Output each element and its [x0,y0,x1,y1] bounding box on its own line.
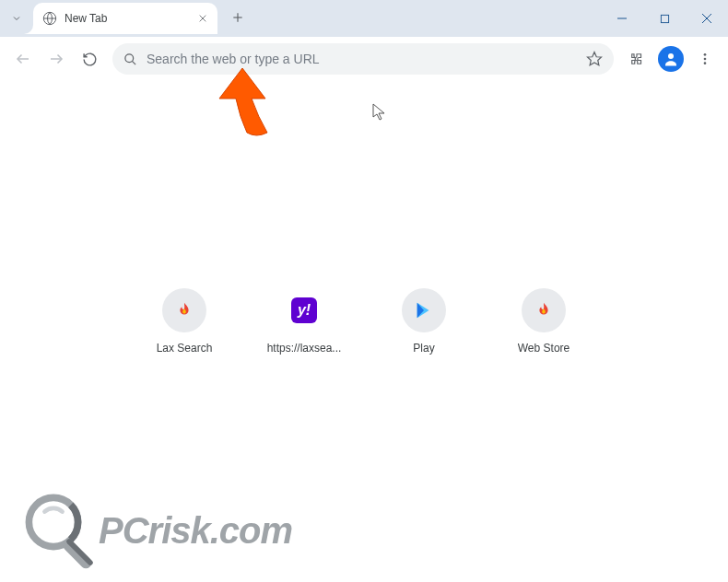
minimize-icon [616,13,628,24]
svg-point-20 [18,487,88,556]
search-icon [123,52,137,66]
arrow-right-icon [48,51,65,67]
new-tab-button[interactable] [225,5,251,30]
star-icon [586,51,603,67]
minimize-button[interactable] [601,0,643,37]
watermark: PCrisk.com [18,487,292,575]
flame-icon [162,288,206,332]
svg-point-19 [29,497,77,546]
person-icon [663,51,679,67]
shortcuts-grid: Lax Search y! https://laxsea... Play Web… [138,288,590,355]
extensions-button[interactable] [621,43,652,75]
flame-icon [522,288,566,332]
yahoo-icon: y! [291,297,317,323]
reload-icon [82,52,98,67]
shortcut-label: Lax Search [157,342,213,355]
close-icon [198,14,207,23]
browser-tab[interactable]: New Tab [33,3,217,34]
address-bar[interactable] [112,43,614,75]
shortcut-label: Web Store [518,342,569,355]
svg-rect-23 [65,538,94,566]
svg-point-18 [704,62,707,64]
svg-rect-22 [61,538,94,571]
close-icon [701,13,712,24]
shortcut-play[interactable]: Play [378,288,470,355]
maximize-button[interactable] [643,0,686,37]
forward-button[interactable] [41,43,72,75]
shortcut-label: Play [413,342,434,355]
plus-icon [231,11,244,24]
toolbar [0,37,728,81]
new-tab-page: Lax Search y! https://laxsea... Play Web… [0,81,728,582]
bookmark-button[interactable] [586,51,603,67]
svg-line-13 [132,61,135,64]
svg-rect-7 [661,15,668,22]
chevron-down-icon [11,13,22,24]
svg-point-12 [125,53,134,62]
globe-icon [42,11,57,26]
tab-strip: New Tab [0,0,251,37]
reload-button[interactable] [74,43,105,75]
kebab-icon [698,52,712,66]
back-button[interactable] [7,43,39,75]
profile-button[interactable] [658,46,684,72]
magnifier-logo-icon [18,487,106,575]
close-window-button[interactable] [686,0,728,37]
watermark-text: PCrisk.com [99,510,292,552]
tab-title: New Tab [65,12,195,25]
tab-close-button[interactable] [195,11,210,26]
svg-marker-14 [588,52,602,65]
svg-point-21 [36,505,71,540]
puzzle-icon [628,51,645,67]
address-input[interactable] [147,52,586,66]
svg-point-16 [704,53,707,56]
menu-button[interactable] [689,43,721,75]
svg-point-15 [668,53,674,59]
shortcut-web-store[interactable]: Web Store [498,288,590,355]
window-controls [601,0,728,37]
play-store-icon [402,288,446,332]
svg-point-17 [704,58,707,61]
shortcut-lax-search[interactable]: Lax Search [138,288,230,355]
maximize-icon [660,14,670,24]
shortcut-label: https://laxsea... [267,342,342,355]
titlebar: New Tab [0,0,728,37]
shortcut-laxsearch-url[interactable]: y! https://laxsea... [258,288,350,355]
arrow-left-icon [15,51,31,67]
